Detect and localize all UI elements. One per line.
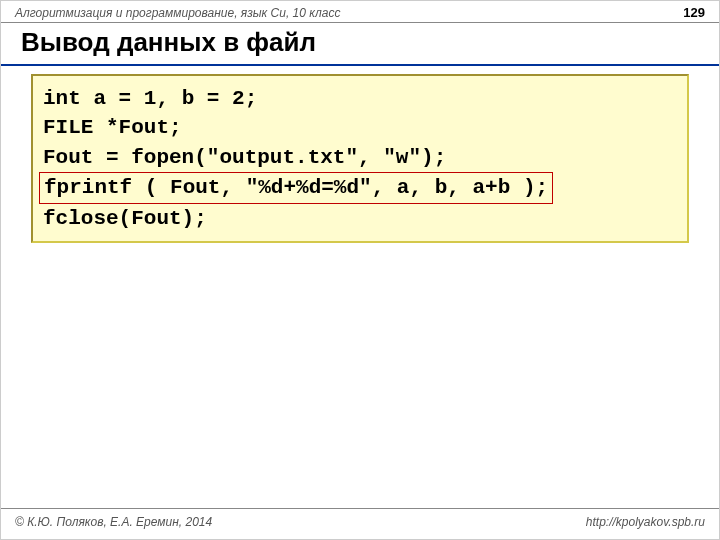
code-text: Fout = fopen("output.txt", [43,146,383,169]
code-line-2: FILE *Fout; [43,113,677,142]
code-line-4: fprintf ( Fout, "%d+%d=%d", a, b, a+b ); [43,172,677,203]
code-text: ); [421,146,446,169]
page-number: 129 [683,5,705,20]
copyright: © К.Ю. Поляков, Е.А. Еремин, 2014 [15,515,212,529]
subject-line: Алгоритмизация и программирование, язык … [15,6,340,20]
slide-title: Вывод данных в файл [1,23,719,66]
highlighted-fprintf: fprintf ( Fout, "%d+%d=%d", a, b, a+b ); [39,172,553,203]
keyword-int: int [43,87,81,110]
code-text: fprintf ( [44,176,170,199]
slide-footer: © К.Ю. Поляков, Е.А. Еремин, 2014 http:/… [1,508,719,539]
code-text: a = 1, b = 2; [81,87,257,110]
string-mode: "w" [383,146,421,169]
code-line-5: fclose(Fout); [43,204,677,233]
slide-header: Алгоритмизация и программирование, язык … [1,1,719,23]
code-text: "%d+%d=%d", a, b, a+b ); [233,176,548,199]
code-example: int a = 1, b = 2; FILE *Fout; Fout = fop… [31,74,689,243]
website-url: http://kpolyakov.spb.ru [586,515,705,529]
file-arg: Fout, [170,176,233,199]
code-line-1: int a = 1, b = 2; [43,84,677,113]
code-line-3: Fout = fopen("output.txt", "w"); [43,143,677,172]
